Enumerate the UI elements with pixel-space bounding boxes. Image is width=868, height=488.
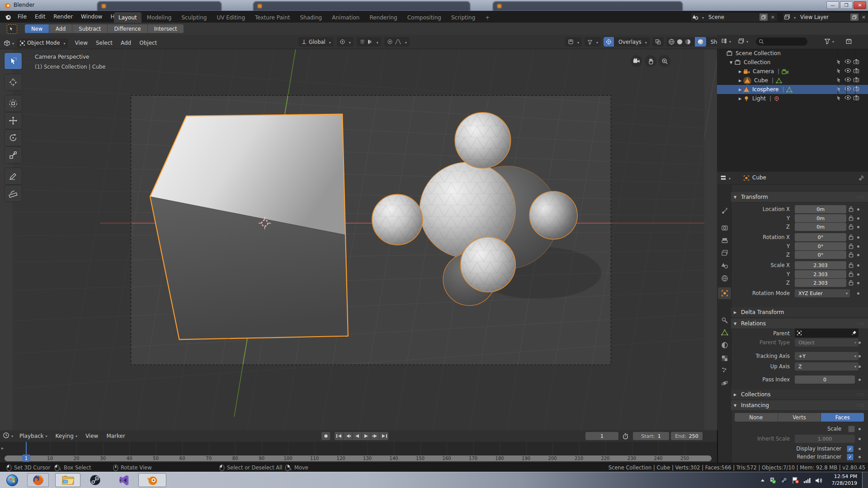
eyedropper-icon[interactable] (851, 330, 857, 336)
physics-tab[interactable] (718, 377, 731, 389)
animate-dot[interactable] (859, 456, 861, 458)
jump-to-prev-keyframe-button[interactable] (344, 432, 353, 440)
stopwatch-icon[interactable] (622, 433, 629, 440)
frame-start-field[interactable]: Start: 1 (633, 432, 669, 440)
outliner-row-scene-collection[interactable]: Scene Collection (717, 49, 868, 58)
menu-edit[interactable]: Edit (31, 11, 49, 23)
instancing-panel-header[interactable]: ▼Instancing:::: (731, 400, 868, 411)
outliner-search-input[interactable] (756, 38, 807, 46)
usb-device-icon[interactable] (769, 477, 776, 484)
hide-toggle[interactable] (844, 86, 851, 91)
view-layer-selector[interactable]: View Layer ✕ (782, 12, 868, 22)
scale-tool-button[interactable] (5, 147, 22, 163)
timeline-menu-view[interactable]: View (81, 430, 102, 442)
lock-icon[interactable] (849, 262, 854, 268)
select-mode-add[interactable]: Add (49, 24, 72, 33)
rotate-tool-button[interactable] (5, 130, 22, 146)
animate-dot[interactable] (857, 292, 859, 295)
lock-icon[interactable] (849, 271, 854, 277)
blender-app-menu-icon[interactable] (5, 14, 11, 20)
menu-window[interactable]: Window (77, 11, 106, 23)
expander-icon[interactable]: ▶ (737, 70, 743, 74)
close-button[interactable]: ✕ (854, 1, 866, 9)
select-box-tool-button[interactable] (5, 53, 22, 69)
location-x-field[interactable]: 0m (795, 205, 846, 213)
select-mode-intersect[interactable]: Intersect (148, 24, 184, 33)
select-mode-new[interactable]: New (25, 24, 49, 33)
outliner-row-cube[interactable]: ▶Cube| (717, 76, 868, 85)
new-scene-button[interactable] (760, 14, 768, 21)
selectable-toggle[interactable] (835, 95, 841, 101)
panel-grip-icon[interactable]: :::: (857, 392, 864, 397)
menu-file[interactable]: File (14, 11, 31, 23)
proportional-editing-controls[interactable] (384, 37, 410, 47)
tab-shading[interactable]: Shading (295, 12, 326, 23)
xray-toggle[interactable] (652, 37, 664, 47)
action-center-icon[interactable] (792, 477, 799, 484)
material-preview-shading-icon[interactable] (684, 38, 691, 45)
animate-dot[interactable] (859, 428, 861, 430)
panel-grip-icon[interactable]: :::: (857, 195, 864, 199)
volume-icon[interactable] (815, 477, 823, 484)
rotation-y-field[interactable]: 0° (795, 242, 846, 250)
scene-selector[interactable]: Scene ✕ (690, 12, 778, 22)
animate-dot[interactable] (859, 366, 861, 368)
tab-sculpting[interactable]: Sculpting (177, 12, 211, 23)
viewport-menu-add[interactable]: Add (117, 37, 135, 49)
outliner-row-collection[interactable]: ▼Collection (717, 58, 868, 67)
particles-tab[interactable] (718, 364, 731, 376)
instancing-option-verts[interactable]: Verts (778, 413, 821, 422)
lock-icon[interactable] (849, 215, 854, 221)
maximize-button[interactable]: ❐ (840, 1, 853, 9)
zoom-view-button[interactable] (659, 55, 670, 67)
tab-scripting[interactable]: Scripting (447, 12, 480, 23)
scale-y-field[interactable]: 2.303 (795, 270, 846, 278)
cursor-3d-tool-button[interactable] (5, 74, 22, 90)
filter-selector[interactable] (585, 37, 601, 47)
tab-animation[interactable]: Animation (327, 12, 364, 23)
transform-tool-button[interactable] (5, 95, 22, 112)
inherit-scale-field[interactable]: 1.000 (795, 435, 855, 443)
solid-shading-icon[interactable] (676, 38, 683, 45)
texture-tab[interactable] (718, 352, 731, 364)
network-signal-icon[interactable] (803, 477, 811, 483)
camera-view-button[interactable] (631, 55, 642, 67)
expander-icon[interactable]: ▼ (728, 61, 734, 65)
show-desktop-button[interactable] (862, 472, 868, 488)
tab-compositing[interactable]: Compositing (403, 12, 446, 23)
remove-view-layer-icon[interactable]: ✕ (860, 14, 867, 20)
shading-popover[interactable]: Shading (708, 39, 718, 45)
start-button[interactable] (4, 473, 21, 487)
titlebar[interactable]: Blender — ❐ ✕ (0, 0, 868, 11)
minimize-button[interactable]: — (826, 1, 839, 9)
play-reverse-button[interactable] (353, 432, 362, 440)
playhead-badge[interactable]: 1 (22, 455, 30, 462)
jump-to-next-keyframe-button[interactable] (371, 432, 380, 440)
select-mode-subtract[interactable]: Subtract (72, 24, 108, 33)
parent-object-field[interactable] (795, 328, 859, 338)
scale-x-field[interactable]: 2.303 (795, 261, 846, 269)
editor-type-button[interactable] (4, 40, 14, 47)
transform-panel-header[interactable]: ▼Transform:::: (731, 192, 868, 202)
instancing-option-faces[interactable]: Faces (821, 413, 864, 422)
collections-panel-header[interactable]: ▶Collections:::: (731, 389, 868, 400)
current-frame-field[interactable]: 1 (585, 432, 618, 440)
cube-object[interactable] (150, 114, 348, 340)
delta-transform-panel-header[interactable]: ▶Delta Transform (731, 307, 868, 318)
display-instancer-checkbox[interactable]: ✓ (847, 446, 854, 452)
overlays-toggle[interactable]: Overlays (616, 39, 650, 45)
lock-icon[interactable] (849, 224, 854, 230)
scale-checkbox[interactable] (848, 426, 855, 432)
snap-controls[interactable] (357, 37, 381, 47)
viewport-3d-scene[interactable] (0, 49, 717, 430)
show-object-types-selector[interactable] (565, 37, 582, 47)
animate-dot[interactable] (857, 282, 859, 284)
animate-dot[interactable] (857, 264, 859, 267)
timeline-menu-playback[interactable]: Playback (15, 430, 52, 442)
relations-panel-header[interactable]: ▼Relations:::: (731, 319, 868, 329)
taskbar-firefox-button[interactable] (27, 473, 49, 487)
animate-dot[interactable] (859, 448, 861, 450)
new-collection-button[interactable] (845, 38, 852, 45)
lock-icon[interactable] (849, 206, 854, 212)
rotation-x-field[interactable]: 0° (795, 233, 846, 241)
